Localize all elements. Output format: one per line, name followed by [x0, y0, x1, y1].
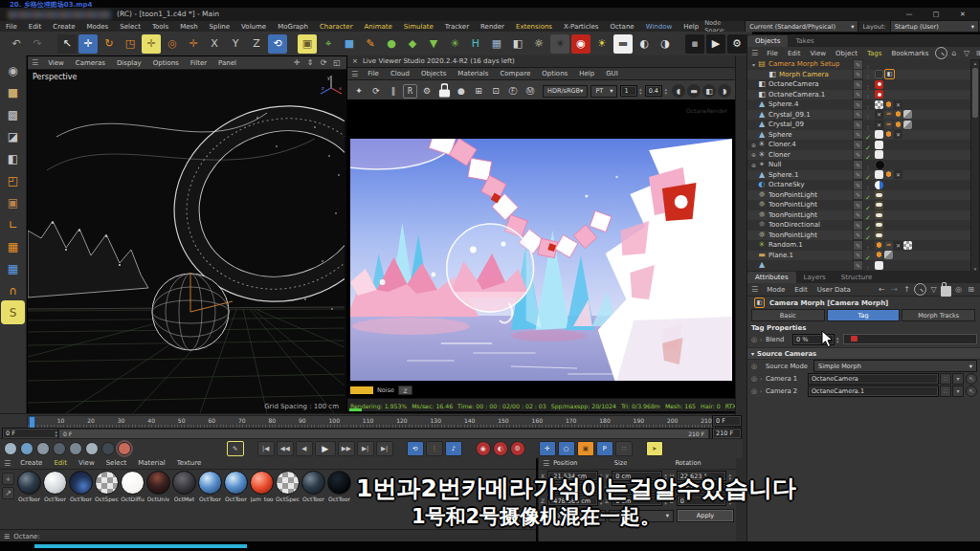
toolbar-icon[interactable]: ↖ [57, 34, 77, 54]
tag-texture[interactable] [903, 110, 912, 119]
material-preview[interactable] [198, 471, 222, 495]
menu-item[interactable]: Volume [235, 23, 272, 31]
link-icon[interactable]: ∷ [940, 386, 951, 397]
material-swatch[interactable]: OctMet [171, 471, 197, 502]
layer-edit-icon[interactable]: ✎ [853, 160, 863, 170]
layer-edit-icon[interactable]: ✎ [853, 180, 863, 190]
live-viewer-right-icon[interactable]: ▬ [687, 84, 701, 98]
object-manager-menu-item[interactable]: Tags [862, 50, 887, 57]
keyframe-circle-icon[interactable]: ◎ [751, 363, 760, 370]
menu-icon[interactable]: ☰ [4, 533, 10, 540]
live-viewer-right-icon[interactable]: ◖ [672, 84, 685, 98]
object-manager-menu-item[interactable]: Edit [783, 50, 806, 57]
layer-edit-icon[interactable]: ✎ [853, 89, 863, 99]
toolbar-icon[interactable]: ⌖ [319, 34, 338, 54]
material-swatch[interactable]: OctToor [197, 471, 223, 502]
material-menu-item[interactable]: View [73, 459, 100, 467]
transport-button[interactable]: P [596, 441, 613, 456]
toolbar-icon[interactable]: ✛ [78, 34, 98, 54]
menu-icon[interactable]: ☰ [32, 58, 38, 67]
mode-icon[interactable]: ▩ [3, 104, 23, 124]
menu-item[interactable]: Modes [81, 23, 115, 31]
toolbar-icon[interactable]: Z [247, 34, 266, 54]
mode-icon[interactable]: ◉ [3, 60, 23, 80]
expand-icon[interactable]: ⊕ [750, 142, 757, 148]
menu-icon[interactable]: ☰ [751, 285, 758, 294]
viewport-menu-item[interactable]: View [42, 59, 70, 67]
transport-button[interactable] [464, 441, 474, 456]
animation-palette-icon[interactable] [53, 442, 66, 455]
object-manager-menu-item[interactable]: File [762, 50, 783, 57]
close-icon[interactable]: × [347, 57, 363, 65]
material-swatch[interactable]: OctToor [223, 471, 249, 502]
tag-phong[interactable] [875, 251, 883, 259]
layer-edit-icon[interactable]: ✎ [853, 220, 863, 231]
viewport-tool-icon[interactable]: ◱ [331, 57, 343, 69]
keyframe-circle-icon[interactable]: ◎ [751, 336, 760, 343]
layout-select[interactable]: Startup (User)▾ [890, 20, 979, 33]
menu-item[interactable]: X-Particles [558, 23, 604, 31]
toolbar-icon[interactable]: ◧ [508, 34, 527, 54]
transport-button[interactable]: ∷ [615, 441, 633, 456]
transport-button[interactable]: |◀ [257, 441, 275, 456]
toolbar-icon[interactable]: ✛ [184, 34, 203, 54]
toolbar-icon[interactable] [49, 34, 56, 54]
live-viewer-tool-icon[interactable]: ● [454, 83, 469, 99]
stepper-icon[interactable]: ▴▾ [664, 87, 667, 95]
source-mode-select[interactable]: Simple Morph▾ [813, 360, 977, 372]
layer-edit-icon[interactable]: ✎ [853, 120, 863, 130]
attribute-tool-icon[interactable]: ↑ [902, 284, 912, 295]
layer-edit-icon[interactable]: ✎ [853, 209, 863, 220]
toolbar-icon[interactable]: ☀ [592, 34, 612, 54]
layer-edit-icon[interactable]: ✎ [853, 129, 863, 140]
menu-item[interactable]: Simulate [398, 23, 439, 31]
menu-item[interactable]: Extensions [510, 23, 558, 31]
transport-button[interactable]: ♪ [445, 441, 462, 456]
upload-material-icon[interactable]: ↗ [2, 487, 14, 499]
mode-icon[interactable]: ■ [3, 82, 23, 102]
mode-icon[interactable]: ▦ [3, 258, 23, 278]
object-manager-tool-icon[interactable]: ⌂ [949, 48, 960, 58]
object-name[interactable]: Random.1 [768, 241, 853, 249]
material-preview[interactable] [43, 471, 67, 495]
object-name[interactable]: OctaneCamera [768, 80, 853, 88]
toolbar-icon[interactable]: ▦ [487, 34, 506, 54]
tag-white[interactable] [875, 130, 883, 139]
layer-edit-icon[interactable]: ✎ [853, 240, 863, 251]
tag-phong[interactable] [884, 170, 893, 179]
frame-field[interactable]: 0 F [712, 415, 742, 427]
live-viewer-tool-icon[interactable]: ⊞ [471, 83, 486, 99]
object-name[interactable]: Sphere.1 [768, 171, 853, 179]
toolbar-icon[interactable]: ☼ [529, 34, 548, 54]
menu-item[interactable]: File [0, 23, 23, 31]
transport-button[interactable]: ⚙ [510, 441, 525, 456]
live-viewer-tool-icon[interactable]: ✦ [351, 83, 367, 99]
kernel-select[interactable]: PT▾ [590, 85, 617, 98]
object-manager-tool-icon[interactable]: ▽ [962, 48, 972, 58]
tag-olive[interactable] [875, 190, 883, 199]
tag-checker[interactable] [875, 100, 883, 109]
attribute-tool-icon[interactable] [914, 283, 926, 296]
transport-button[interactable]: ▶ [315, 441, 336, 456]
live-viewer-tool-icon[interactable]: ⟳ [368, 83, 384, 99]
menu-item[interactable]: Select [114, 23, 146, 31]
toolbar-icon[interactable]: ◆ [403, 34, 422, 54]
material-preview[interactable] [121, 471, 145, 495]
toolbar-icon[interactable]: ▶ [706, 34, 725, 54]
tag-white[interactable] [875, 170, 883, 179]
transport-button[interactable] [527, 441, 537, 456]
material-swatch[interactable]: Jam_too [249, 471, 275, 502]
layer-edit-icon[interactable]: ✎ [853, 69, 863, 79]
render-view[interactable]: OctaneRender [347, 99, 735, 411]
viewport-tool-icon[interactable]: ⇕ [304, 57, 316, 69]
viewport-menu-item[interactable]: Options [147, 59, 185, 67]
material-preview[interactable] [276, 471, 300, 495]
layer-edit-icon[interactable]: ✎ [853, 230, 863, 240]
toolbar-icon[interactable]: ▬ [613, 34, 633, 54]
live-viewer-right-icon[interactable]: ◧ [702, 84, 716, 98]
object-name[interactable]: Cloner.4 [768, 141, 853, 148]
tag-phong[interactable] [884, 100, 893, 109]
tag-octcam[interactable] [875, 80, 883, 89]
toolbar-icon[interactable]: ■ [340, 34, 359, 54]
transport-button[interactable] [635, 441, 644, 456]
